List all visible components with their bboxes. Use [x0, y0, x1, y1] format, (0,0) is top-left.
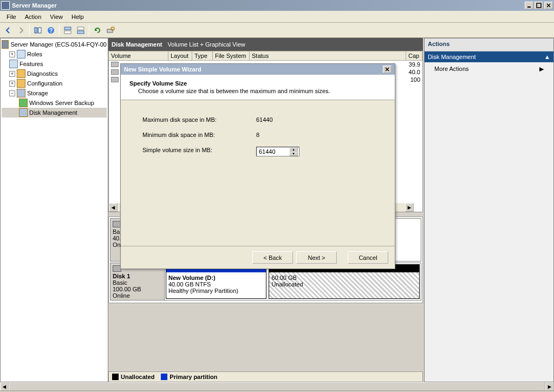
help-button[interactable]: ? [45, 24, 57, 36]
show-hide-tree-button[interactable] [32, 24, 44, 36]
tree-root[interactable]: Server Manager (ECS-0514-FQY-00 [2, 40, 107, 49]
volume-list-header: Volume Layout Type File System Status Ca… [108, 51, 423, 61]
min-space-value: 8 [256, 132, 259, 138]
more-actions-item[interactable]: More Actions ▶ [425, 62, 553, 76]
disk-name: Disk 1 [113, 273, 162, 279]
maximize-button[interactable] [535, 2, 543, 9]
actions-section[interactable]: Disk Management ▲ [425, 51, 553, 62]
config-icon [17, 79, 25, 88]
svg-rect-1 [537, 3, 541, 8]
actions-pane: Actions Disk Management ▲ More Actions ▶ [424, 38, 554, 382]
legend-primary: Primary partition [170, 374, 217, 380]
wizard-title: New Simple Volume Wizard [124, 66, 201, 73]
scroll-left-button[interactable]: ◄ [0, 382, 9, 391]
svg-rect-8 [64, 27, 71, 30]
tree-storage[interactable]: −Storage [2, 88, 107, 98]
tree-roles[interactable]: +Roles [2, 49, 107, 59]
dm-header: Disk Management Volume List + Graphical … [108, 38, 423, 51]
partition-unallocated[interactable]: 60.00 GB Unallocated [269, 264, 420, 299]
view-top-button[interactable] [62, 24, 74, 36]
tree-diagnostics[interactable]: +Diagnostics [2, 69, 107, 79]
partition-primary[interactable]: New Volume (D:) 40.00 GB NTFS Healthy (P… [166, 264, 266, 299]
features-icon [9, 60, 18, 68]
legend: Unallocated Primary partition [108, 371, 423, 382]
spin-down-button[interactable]: ▼ [289, 152, 298, 156]
spin-up-button[interactable]: ▲ [289, 147, 298, 152]
main-hscroll[interactable]: ◄ ► [0, 382, 554, 391]
col-cap[interactable]: Cap [406, 51, 422, 60]
expander-icon[interactable]: + [9, 81, 15, 87]
next-button[interactable]: Next > [296, 251, 337, 264]
cancel-button[interactable]: Cancel [348, 251, 388, 264]
scroll-right-button[interactable]: ► [405, 203, 414, 212]
close-button[interactable] [544, 2, 553, 9]
max-space-label: Maximum disk space in MB: [142, 116, 256, 123]
max-space-value: 61440 [256, 116, 273, 123]
tree-features[interactable]: Features [2, 59, 107, 69]
col-fs[interactable]: File System [213, 51, 250, 60]
wizard-close-button[interactable] [383, 66, 392, 73]
minimize-button[interactable] [525, 2, 533, 9]
col-type[interactable]: Type [192, 51, 213, 60]
svg-rect-4 [35, 28, 37, 33]
wizard-header: Specify Volume Size Choose a volume size… [121, 75, 395, 100]
volume-size-label: Simple volume size in MB: [142, 147, 256, 156]
back-button[interactable]: < Back [252, 251, 293, 264]
menu-action[interactable]: Action [21, 12, 46, 21]
app-icon [1, 1, 10, 10]
wizard-description: Choose a volume size that is between the… [129, 88, 386, 94]
wizard-footer: < Back Next > Cancel [121, 246, 395, 269]
menu-help[interactable]: Help [67, 12, 88, 21]
expander-icon[interactable]: + [9, 71, 15, 77]
tree-wsb[interactable]: Windows Server Backup [2, 98, 107, 108]
tree-configuration[interactable]: +Configuration [2, 79, 107, 88]
svg-text:?: ? [49, 27, 53, 34]
refresh-button[interactable] [92, 24, 103, 36]
svg-rect-5 [38, 28, 41, 33]
window-titlebar: Server Manager [0, 0, 554, 11]
menu-file[interactable]: File [2, 12, 21, 21]
new-volume-wizard: New Simple Volume Wizard Specify Volume … [120, 63, 395, 269]
col-layout[interactable]: Layout [168, 51, 192, 60]
scroll-thumb[interactable] [9, 382, 545, 391]
partition-name: New Volume (D:) [168, 275, 264, 281]
navigation-tree: Server Manager (ECS-0514-FQY-00 +Roles F… [0, 38, 108, 382]
storage-icon [17, 89, 25, 97]
server-icon [2, 40, 9, 49]
volume-size-input[interactable]: ▲ ▼ [256, 147, 299, 156]
toolbar: ? [0, 23, 554, 38]
wizard-heading: Specify Volume Size [129, 80, 386, 87]
nav-forward-button[interactable] [15, 24, 27, 36]
svg-rect-10 [77, 27, 84, 30]
chevron-right-icon: ▶ [539, 66, 544, 73]
rescan-button[interactable] [105, 24, 116, 36]
menu-view[interactable]: View [45, 12, 67, 21]
nav-back-button[interactable] [2, 24, 14, 36]
scroll-right-button[interactable]: ► [545, 382, 554, 391]
view-bottom-button[interactable] [75, 24, 87, 36]
min-space-label: Minimum disk space in MB: [142, 132, 256, 138]
dm-title: Disk Management [112, 41, 162, 48]
diagnostics-icon [17, 69, 25, 78]
menubar: File Action View Help [0, 11, 554, 23]
volume-icon [111, 62, 119, 67]
wizard-body: Maximum disk space in MB: 61440 Minimum … [121, 100, 395, 246]
col-volume[interactable]: Volume [109, 51, 168, 60]
expander-icon[interactable]: − [9, 90, 15, 96]
volume-size-field[interactable] [257, 147, 289, 156]
volume-icon [111, 77, 119, 82]
col-status[interactable]: Status [250, 51, 406, 60]
roles-icon [17, 50, 25, 58]
scroll-left-button[interactable]: ◄ [109, 203, 118, 212]
legend-swatch-primary [161, 374, 167, 380]
chevron-up-icon: ▲ [544, 54, 550, 60]
volume-icon [111, 69, 119, 75]
svg-rect-11 [77, 31, 84, 34]
dm-subtitle: Volume List + Graphical View [168, 41, 245, 48]
wizard-titlebar[interactable]: New Simple Volume Wizard [121, 64, 395, 75]
tree-disk-management[interactable]: Disk Management [2, 108, 107, 117]
expander-icon[interactable]: + [9, 51, 15, 57]
legend-swatch-unalloc [112, 374, 119, 380]
actions-header: Actions [425, 38, 553, 51]
legend-unalloc: Unallocated [121, 374, 154, 380]
